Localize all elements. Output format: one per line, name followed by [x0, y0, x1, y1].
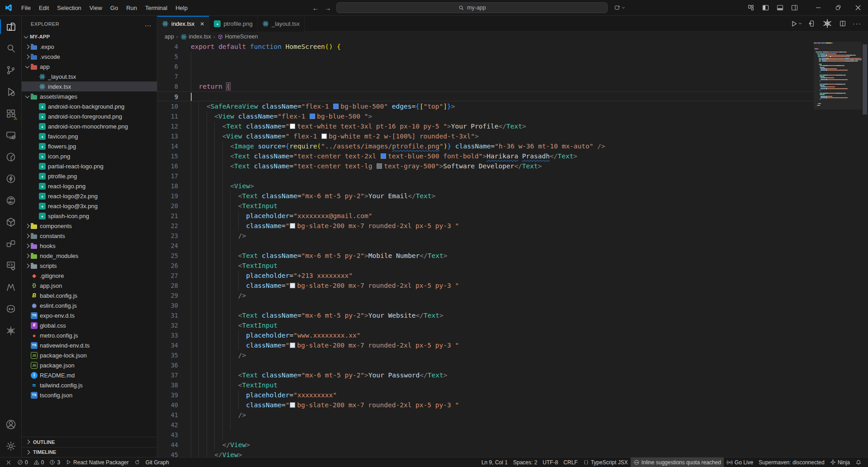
status-refresh[interactable] — [132, 457, 143, 467]
status-copilot[interactable]: Inline suggestions quota reached — [631, 457, 724, 467]
back-button[interactable]: ← — [311, 4, 320, 12]
tree-item-scripts[interactable]: scripts — [22, 261, 157, 271]
tree-item-android-icon-monochrome-png[interactable]: ▲android-icon-monochrome.png — [22, 121, 157, 131]
section-outline[interactable]: OUTLINE — [22, 437, 157, 447]
menu-edit[interactable]: Edit — [35, 3, 53, 13]
tree-item-components[interactable]: components — [22, 221, 157, 231]
remote-monitor-icon[interactable] — [0, 124, 21, 146]
editor-action-split-editor-icon[interactable] — [839, 20, 846, 27]
editor-action-more-icon[interactable]: ··· — [853, 20, 862, 27]
source-control-icon[interactable] — [0, 59, 21, 81]
status-git-graph[interactable]: Git Graph — [143, 457, 172, 467]
tree-item-react-logo-2x-png[interactable]: ▲react-logo@2x.png — [22, 191, 157, 201]
explorer-more-actions-icon[interactable]: ... — [145, 20, 151, 28]
close-button[interactable] — [848, 0, 868, 15]
forward-button[interactable]: → — [323, 4, 332, 12]
tree-item-constants[interactable]: constants — [22, 231, 157, 241]
toggle-sidebar-icon[interactable] — [760, 2, 771, 13]
tree-item-partial-react-logo-png[interactable]: ▲partial-react-logo.png — [22, 161, 157, 171]
tree-root-my-app[interactable]: MY-APP — [22, 32, 157, 42]
close-tab-icon[interactable]: ✕ — [200, 21, 204, 27]
status-notifications[interactable] — [853, 457, 864, 467]
tree-item-flowers-jpg[interactable]: ▲flowers.jpg — [22, 141, 157, 151]
tree-item-index-tsx[interactable]: index.tsx — [22, 81, 157, 91]
editor-action-openai-icon[interactable] — [822, 18, 833, 29]
tab-index-tsx[interactable]: index.tsx✕ — [157, 16, 209, 32]
status-ninja[interactable]: Ninja — [827, 457, 853, 467]
status-remote[interactable] — [3, 457, 14, 467]
status-errors[interactable]: 0 — [14, 457, 31, 467]
tree-item-favicon-png[interactable]: ▲favicon.png — [22, 131, 157, 141]
toggle-panel-icon[interactable] — [774, 2, 786, 13]
m-lightning-icon[interactable] — [0, 276, 21, 298]
tree-item-global-css[interactable]: #global.css — [22, 320, 157, 330]
tree-item-package-json[interactable]: JSpackage.json — [22, 360, 157, 370]
status-react-native-packager[interactable]: React Native Packager — [63, 457, 132, 467]
status-eol[interactable]: CRLF — [561, 457, 580, 467]
tree-item-app-json[interactable]: {}app.json — [22, 281, 157, 291]
tree-item-assets-images[interactable]: assets\images — [22, 91, 157, 101]
status-cursor-position[interactable]: Ln 9, Col 1 — [479, 457, 510, 467]
tree-item-android-icon-foreground-png[interactable]: ▲android-icon-foreground.png — [22, 111, 157, 121]
editor-action-run-device-icon[interactable] — [808, 20, 816, 27]
toggle-panel-layout-button[interactable] — [614, 5, 625, 11]
tree-item-nativewind-env-d-ts[interactable]: TSnativewind-env.d.ts — [22, 340, 157, 350]
status-language-mode[interactable]: TypeScript JSX — [580, 457, 631, 467]
tree-item-expo-env-d-ts[interactable]: TSexpo-env.d.ts — [22, 310, 157, 320]
status-supermaven[interactable]: Supermaven: disconnected — [756, 457, 827, 467]
cube-box-icon[interactable] — [0, 211, 21, 233]
status-go-live[interactable]: Go Live — [724, 457, 756, 467]
files-icon[interactable] — [0, 16, 21, 38]
status-indentation[interactable]: Spaces: 2 — [510, 457, 540, 467]
tab--layout-tsx[interactable]: _layout.tsx — [258, 16, 305, 32]
breadcrumb-index-tsx[interactable]: index.tsx — [180, 33, 211, 40]
tree-item-tsconfig-json[interactable]: TStsconfig.json — [22, 390, 157, 400]
menu-help[interactable]: Help — [171, 3, 192, 13]
editor-scrollbar[interactable] — [862, 42, 868, 457]
tree-item--vscode[interactable]: .vscode — [22, 52, 157, 62]
tree-item--expo[interactable]: .expo — [22, 42, 157, 52]
tree-item-react-logo-3x-png[interactable]: ▲react-logo@3x.png — [22, 201, 157, 211]
tree-item-metro-config-js[interactable]: ●metro.config.js — [22, 330, 157, 340]
tree-item-ptrofile-png[interactable]: ▲ptrofile.png — [22, 171, 157, 181]
menu-terminal[interactable]: Terminal — [141, 3, 171, 13]
tree-item-babel-config-js[interactable]: Bbabel.config.js — [22, 291, 157, 300]
customize-layout-icon[interactable] — [745, 2, 757, 13]
tree-item-hooks[interactable]: hooks — [22, 241, 157, 251]
tree-item-app[interactable]: app — [22, 62, 157, 71]
tab-ptrofile-png[interactable]: ▲ptrofile.png — [209, 16, 257, 32]
minimap[interactable] — [814, 42, 862, 106]
menu-selection[interactable]: Selection — [53, 3, 85, 13]
tree-item-react-logo-png[interactable]: ▲react-logo.png — [22, 181, 157, 191]
search-icon[interactable] — [0, 38, 21, 59]
editor-action-run-icon[interactable] — [790, 20, 802, 28]
code-gear-icon[interactable] — [0, 255, 21, 276]
run-debug-icon[interactable] — [0, 81, 21, 103]
pie-circle-icon[interactable] — [0, 146, 21, 168]
menu-run[interactable]: Run — [122, 3, 141, 13]
code-editor[interactable]: 4export default function HomeScreen() {5… — [157, 42, 814, 457]
status-infos[interactable]: 3 — [47, 457, 63, 467]
status-warnings[interactable]: 0 — [31, 457, 47, 467]
tree-item-node-modules[interactable]: node_modules — [22, 251, 157, 261]
openai-flower-icon[interactable] — [0, 320, 21, 342]
tree-item-icon-png[interactable]: ▲icon.png — [22, 151, 157, 161]
breadcrumb-homescreen[interactable]: HomeScreen — [217, 33, 258, 40]
tree-item-eslint-config-js[interactable]: ◉eslint.config.js — [22, 300, 157, 310]
tree-item--gitignore[interactable]: ◆.gitignore — [22, 271, 157, 281]
breadcrumb-app[interactable]: app — [165, 33, 174, 40]
swirl-icon[interactable] — [0, 190, 21, 211]
tree-item-package-lock-json[interactable]: JSpackage-lock.json — [22, 350, 157, 360]
command-center-search[interactable]: my-app — [336, 2, 608, 13]
tree-item-readme-md[interactable]: iREADME.md — [22, 370, 157, 380]
tree-item-android-icon-background-png[interactable]: ▲android-icon-background.png — [22, 101, 157, 111]
status-encoding[interactable]: UTF-8 — [540, 457, 561, 467]
toggle-secondary-sidebar-icon[interactable] — [788, 2, 800, 13]
minimize-button[interactable] — [808, 0, 828, 15]
account-icon[interactable] — [0, 414, 21, 435]
tree-item-tailwind-config-js[interactable]: ≈tailwind.config.js — [22, 380, 157, 390]
section-timeline[interactable]: TIMELINE — [22, 447, 157, 457]
thunder-icon[interactable] — [0, 168, 21, 190]
restore-button[interactable] — [828, 0, 848, 15]
tree-item-splash-icon-png[interactable]: ▲splash-icon.png — [22, 211, 157, 221]
